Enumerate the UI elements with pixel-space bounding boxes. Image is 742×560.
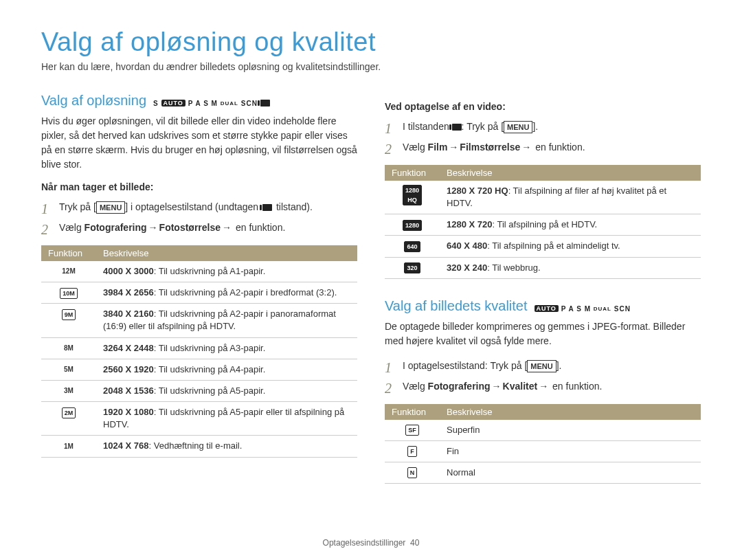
quality-table: Funktion Beskrivelse SFSuperfin FFin NNo… bbox=[385, 404, 701, 484]
table-row: 1280HQ1280 X 720 HQ: Til afspilning af f… bbox=[385, 181, 701, 214]
video-icon bbox=[262, 204, 272, 211]
photo-subheading: Når man tager et billede: bbox=[41, 181, 357, 192]
table-header-function: Funktion bbox=[385, 404, 440, 420]
video-step-2: Vælg Film→Filmstørrelse→ en funktion. bbox=[385, 139, 701, 155]
table-row: 12M4000 X 3000: Til udskrivning på A1-pa… bbox=[41, 261, 357, 282]
table-header-description: Beskrivelse bbox=[440, 165, 701, 181]
menu-button-icon: MENU bbox=[527, 360, 556, 372]
quality-icon-sf: SF bbox=[405, 425, 419, 436]
mode-strip: S AUTO P A S M DUAL SCN bbox=[153, 99, 270, 107]
heading-text: Valg af billedets kvalitet bbox=[385, 298, 528, 314]
table-row: 9M3840 X 2160: Til udskrivning på A2-pap… bbox=[41, 304, 357, 337]
table-row: SFSuperfin bbox=[385, 420, 701, 441]
page-subtitle: Her kan du lære, hvordan du ændrer bille… bbox=[41, 61, 701, 72]
quality-icon-f: F bbox=[407, 446, 417, 457]
heading-text: Valg af opløsning bbox=[41, 93, 146, 109]
table-header-row: Funktion Beskrivelse bbox=[385, 404, 701, 420]
table-row: FFin bbox=[385, 440, 701, 462]
table-row: 10M3984 X 2656: Til udskrivning på A2-pa… bbox=[41, 282, 357, 303]
left-column: Valg af opløsning S AUTO P A S M DUAL SC… bbox=[41, 93, 357, 484]
video-icon bbox=[452, 124, 462, 131]
photo-step-2: Vælg Fotografering→Fotostørrelse→ en fun… bbox=[41, 220, 357, 235]
table-row: 1M1024 X 768: Vedhæftning til e-mail. bbox=[41, 436, 357, 457]
photo-size-table: Funktion Beskrivelse 12M4000 X 3000: Til… bbox=[41, 245, 357, 458]
intro-text: Hvis du øger opløsningen, vil dit billed… bbox=[41, 114, 357, 172]
table-row: 2M1920 X 1080: Til udskrivning på A5-pap… bbox=[41, 402, 357, 436]
res-icon-2m: 2M bbox=[62, 407, 76, 418]
res-icon-12m: 12M bbox=[62, 267, 75, 276]
table-row: 8M3264 X 2448: Til udskrivning på A3-pap… bbox=[41, 337, 357, 359]
photo-step-1: Tryk på [MENU] i optagelsestilstand (und… bbox=[41, 199, 357, 214]
table-header-function: Funktion bbox=[385, 165, 440, 181]
menu-button-icon: MENU bbox=[504, 121, 532, 133]
table-row: 5M2560 X 1920: Til udskrivning på A4-pap… bbox=[41, 359, 357, 380]
table-row: 12801280 X 720: Til afspilning på et HDT… bbox=[385, 214, 701, 236]
page-footer: Optagelsesindstillinger 40 bbox=[0, 538, 742, 548]
quality-step-2: Vælg Fotografering→Kvalitet→ en funktion… bbox=[385, 379, 701, 394]
vres-icon-640: 640 bbox=[404, 241, 420, 252]
table-header-description: Beskrivelse bbox=[440, 404, 701, 420]
table-row: 640640 X 480: Til afspilning på et almin… bbox=[385, 236, 701, 257]
right-column: Ved optagelse af en video: I tilstanden … bbox=[385, 93, 701, 484]
res-icon-5m: 5M bbox=[64, 365, 74, 374]
table-row: 320320 X 240: Til webbrug. bbox=[385, 257, 701, 278]
table-header-description: Beskrivelse bbox=[96, 245, 357, 261]
video-steps: I tilstanden : Tryk på [MENU]. Vælg Film… bbox=[385, 119, 701, 155]
photo-steps: Tryk på [MENU] i optagelsestilstand (und… bbox=[41, 199, 357, 236]
vres-icon-320: 320 bbox=[404, 262, 420, 273]
video-subheading: Ved optagelse af en video: bbox=[385, 101, 701, 112]
page-title: Valg af opløsning og kvalitet bbox=[41, 27, 701, 57]
footer-text: Optagelsesindstillinger bbox=[323, 538, 406, 548]
section-heading-resolution: Valg af opløsning S AUTO P A S M DUAL SC… bbox=[41, 93, 357, 109]
table-header-row: Funktion Beskrivelse bbox=[41, 245, 357, 261]
video-step-1: I tilstanden : Tryk på [MENU]. bbox=[385, 119, 701, 134]
footer-page: 40 bbox=[410, 538, 419, 548]
table-row: 3M2048 X 1536: Til udskrivning på A5-pap… bbox=[41, 380, 357, 401]
res-icon-1m: 1M bbox=[64, 442, 74, 451]
video-icon bbox=[260, 100, 270, 107]
mode-strip: AUTO P A S M DUAL SCN bbox=[535, 304, 631, 313]
quality-step-1: I optagelsestilstand: Tryk på [MENU]. bbox=[385, 358, 701, 373]
quality-intro: De optagede billeder komprimeres og gemm… bbox=[385, 320, 701, 348]
quality-icon-n: N bbox=[407, 467, 418, 478]
table-header-function: Funktion bbox=[41, 245, 96, 261]
vres-icon-1280: 1280 bbox=[403, 220, 422, 231]
menu-button-icon: MENU bbox=[96, 201, 125, 214]
res-icon-8m: 8M bbox=[64, 344, 74, 353]
section-heading-quality: Valg af billedets kvalitet AUTO P A S M … bbox=[385, 298, 701, 314]
video-size-table: Funktion Beskrivelse 1280HQ1280 X 720 HQ… bbox=[385, 165, 701, 279]
vres-icon-1280hq: 1280HQ bbox=[403, 185, 422, 205]
table-row: NNormal bbox=[385, 462, 701, 483]
res-icon-10m: 10M bbox=[60, 288, 78, 299]
res-icon-3m: 3M bbox=[64, 386, 74, 396]
table-header-row: Funktion Beskrivelse bbox=[385, 165, 701, 181]
res-icon-9m: 9M bbox=[62, 309, 76, 320]
quality-steps: I optagelsestilstand: Tryk på [MENU]. Væ… bbox=[385, 358, 701, 394]
